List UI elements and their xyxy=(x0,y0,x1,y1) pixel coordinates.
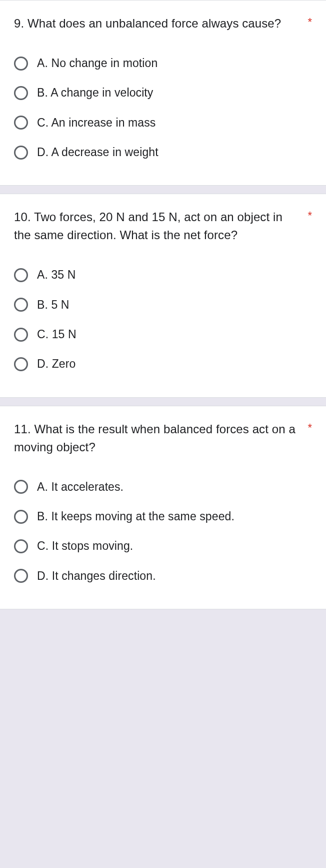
radio-icon xyxy=(14,268,28,282)
option-label: A. No change in motion xyxy=(37,55,158,72)
option-d[interactable]: D. It changes direction. xyxy=(14,561,312,591)
radio-icon xyxy=(14,539,28,553)
required-indicator: * xyxy=(308,15,312,30)
question-text: 10. Two forces, 20 N and 15 N, act on an… xyxy=(14,208,302,244)
option-c[interactable]: C. 15 N xyxy=(14,320,312,349)
radio-icon xyxy=(14,328,28,342)
radio-icon xyxy=(14,480,28,494)
question-header: 9. What does an unbalanced force always … xyxy=(14,15,312,33)
option-label: A. 35 N xyxy=(37,267,76,283)
radio-icon xyxy=(14,86,28,100)
option-label: D. It changes direction. xyxy=(37,568,156,584)
radio-icon xyxy=(14,116,28,130)
option-a[interactable]: A. 35 N xyxy=(14,260,312,290)
question-card-11: 11. What is the result when balanced for… xyxy=(0,406,326,609)
option-c[interactable]: C. An increase in mass xyxy=(14,108,312,138)
option-d[interactable]: D. A decrease in weight xyxy=(14,138,312,167)
option-label: B. 5 N xyxy=(37,297,70,313)
option-label: D. A decrease in weight xyxy=(37,144,158,161)
option-label: C. It stops moving. xyxy=(37,538,133,554)
option-b[interactable]: B. A change in velocity xyxy=(14,78,312,108)
radio-icon xyxy=(14,146,28,160)
question-card-10: 10. Two forces, 20 N and 15 N, act on an… xyxy=(0,194,326,397)
option-a[interactable]: A. No change in motion xyxy=(14,49,312,78)
option-label: B. A change in velocity xyxy=(37,85,153,101)
question-card-9: 9. What does an unbalanced force always … xyxy=(0,0,326,186)
option-label: A. It accelerates. xyxy=(37,479,124,495)
radio-icon xyxy=(14,298,28,312)
option-label: C. An increase in mass xyxy=(37,115,156,131)
radio-icon xyxy=(14,510,28,524)
option-b[interactable]: B. It keeps moving at the same speed. xyxy=(14,502,312,531)
option-a[interactable]: A. It accelerates. xyxy=(14,472,312,502)
question-header: 10. Two forces, 20 N and 15 N, act on an… xyxy=(14,208,312,244)
option-d[interactable]: D. Zero xyxy=(14,349,312,379)
option-label: B. It keeps moving at the same speed. xyxy=(37,508,234,525)
radio-icon xyxy=(14,357,28,371)
required-indicator: * xyxy=(308,420,312,436)
radio-icon xyxy=(14,569,28,583)
question-header: 11. What is the result when balanced for… xyxy=(14,420,312,456)
question-text: 11. What is the result when balanced for… xyxy=(14,420,302,456)
option-label: C. 15 N xyxy=(37,326,76,343)
option-c[interactable]: C. It stops moving. xyxy=(14,531,312,561)
required-indicator: * xyxy=(308,208,312,224)
radio-icon xyxy=(14,57,28,71)
question-text: 9. What does an unbalanced force always … xyxy=(14,15,302,33)
option-label: D. Zero xyxy=(37,356,76,372)
option-b[interactable]: B. 5 N xyxy=(14,290,312,320)
